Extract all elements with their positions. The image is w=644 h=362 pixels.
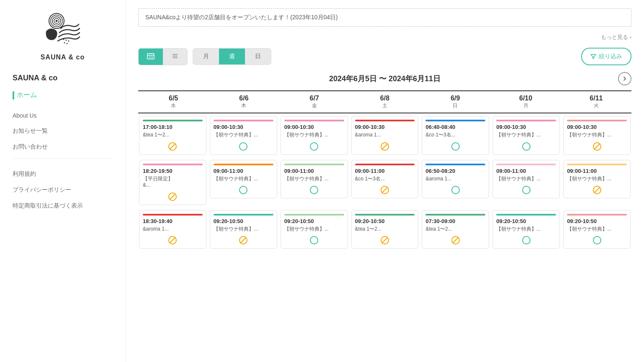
calendar-cell-2-3[interactable]: 09:20-10:50&tea 1〜2... [350,209,420,250]
event-card[interactable]: 09:00-10:30【朝サウナ特典】... [210,116,277,155]
event-card[interactable]: 09:00-10:30&aroma 1... [351,116,419,155]
svg-point-27 [310,143,318,150]
period-week-button[interactable]: 週 [219,49,245,64]
filter-button[interactable]: 絞り込み [581,48,631,65]
svg-point-31 [523,143,530,150]
calendar-row-1: 18:20-19:50【平日限定】 &...09:00-11:00【朝サウナ特典… [138,157,631,208]
site-title: SAUNA & co [13,74,113,82]
event-name: &tea 1〜2... [425,226,485,233]
svg-point-6 [65,40,67,41]
sidebar-item-privacy[interactable]: プライバシーポリシー [13,182,113,198]
event-name: 【朝サウナ特典】... [567,132,627,139]
event-card[interactable]: 09:00-10:30【朝サウナ特典】... [492,116,560,155]
event-card[interactable]: 09:20-10:50【朝サウナ特典】... [492,210,560,249]
event-card[interactable]: 17:00-18:10&tea 1〜2... [139,116,206,155]
calendar-cell-1-2[interactable]: 09:00-11:00【朝サウナ特典】... [280,159,349,206]
event-card[interactable]: 18:20-19:50【平日限定】 &... [139,160,206,205]
sidebar-item-legal[interactable]: 特定商取引法に基づく表示 [13,198,113,214]
event-card[interactable]: 09:00-10:30【朝サウナ特典】... [281,116,348,155]
sidebar-item-home[interactable]: ホーム [13,91,113,100]
event-card[interactable]: 09:20-10:50【朝サウナ特典】... [281,210,348,249]
calendar-cell-0-6[interactable]: 09:00-10:30【朝サウナ特典】... [562,115,631,156]
calendar-cell-0-5[interactable]: 09:00-10:30【朝サウナ特典】... [492,115,561,156]
event-card[interactable]: 18:30-19:40&aroma 1... [139,210,206,249]
calendar-cell-1-4[interactable]: 06:50-08:20&aroma 1... [421,159,490,206]
view-toggle [138,48,188,65]
calendar-cell-1-3[interactable]: 09:00-11:00&co 1〜3名... [350,159,420,206]
svg-point-40 [452,186,459,194]
calendar-cell-1-1[interactable]: 09:00-11:00【朝サウナ特典】... [209,159,278,206]
calendar-cell-2-6[interactable]: 09:20-10:50【朝サウナ特典】... [562,209,631,250]
calendar-cell-0-0[interactable]: 17:00-18:10&tea 1〜2... [138,115,207,156]
nav-divider [13,158,113,159]
event-status [496,142,556,151]
sidebar-item-news[interactable]: お知らせ一覧 [13,123,113,139]
event-status [355,185,415,195]
calendar-cell-2-4[interactable]: 07:30-09:00&tea 1〜2... [421,209,490,250]
event-name: &tea 1〜2... [143,132,203,139]
calendar-range-title: 2024年6月5日 〜 2024年6月11日 [329,74,440,84]
sidebar-item-contact[interactable]: お問い合わせ [13,139,113,155]
event-bar [355,120,415,121]
event-bar [496,120,556,121]
event-name: 【朝サウナ特典】... [496,226,556,233]
period-month-button[interactable]: 月 [193,49,219,64]
event-card[interactable]: 09:20-10:50&tea 1〜2... [351,210,419,249]
next-week-button[interactable] [618,72,631,85]
svg-line-47 [240,237,246,243]
calendar-cell-0-3[interactable]: 09:00-10:30&aroma 1... [350,115,420,156]
calendar-cell-2-5[interactable]: 09:20-10:50【朝サウナ特典】... [492,209,561,250]
event-bar [143,164,203,165]
col-header-1: 6/6 木 [209,91,279,113]
event-card[interactable]: 09:00-11:00&co 1〜3名... [351,160,419,199]
calendar-cell-0-4[interactable]: 06:40-08:40&co 1〜3名... [421,115,490,156]
svg-point-9 [66,43,67,44]
event-time: 09:20-10:50 [284,218,344,224]
sidebar-item-about[interactable]: About Us [13,108,113,123]
event-name: &aroma 1... [355,132,415,139]
calendar-row-0: 17:00-18:10&tea 1〜2...09:00-10:30【朝サウナ特典… [138,113,631,157]
event-time: 09:00-10:30 [496,124,556,130]
event-card[interactable]: 09:00-11:00【朝サウナ特典】... [210,160,277,199]
view-list-button[interactable] [163,49,187,65]
svg-point-54 [593,236,601,244]
calendar-cell-0-2[interactable]: 09:00-10:30【朝サウナ特典】... [280,115,349,156]
logo-area: SAUNA & co [13,8,113,61]
calendar-cell-2-1[interactable]: 09:20-10:50【朝サウナ特典】... [209,209,278,250]
calendar-cell-2-2[interactable]: 09:20-10:50【朝サウナ特典】... [280,209,349,250]
view-calendar-button[interactable] [139,49,163,65]
event-time: 09:20-10:50 [355,218,415,224]
event-card[interactable]: 09:20-10:50【朝サウナ特典】... [210,210,277,249]
calendar-cell-1-6[interactable]: 09:00-11:00【朝サウナ特典】... [562,159,631,206]
event-time: 09:00-10:30 [567,124,627,130]
event-status [355,142,415,151]
event-card[interactable]: 09:00-11:00【朝サウナ特典】... [492,160,560,199]
event-card[interactable]: 09:00-10:30【朝サウナ特典】... [563,116,631,155]
event-status [425,236,485,245]
event-card[interactable]: 09:00-11:00【朝サウナ特典】... [281,160,348,199]
event-bar [496,214,556,216]
event-card[interactable]: 07:30-09:00&tea 1〜2... [422,210,489,249]
event-name: 【朝サウナ特典】... [496,132,556,139]
calendar-cell-0-1[interactable]: 09:00-10:30【朝サウナ特典】... [209,115,278,156]
event-time: 17:00-18:10 [143,124,203,130]
event-card[interactable]: 06:40-08:40&co 1〜3名... [422,116,489,155]
event-status [567,236,627,245]
calendar-cell-2-0[interactable]: 18:30-19:40&aroma 1... [138,209,207,250]
event-time: 09:00-11:00 [496,168,556,174]
more-link[interactable]: もっと見る › [138,33,631,41]
event-card[interactable]: 09:20-10:50【朝サウナ特典】... [563,210,631,249]
event-name: &aroma 1... [425,176,485,182]
calendar-cell-1-5[interactable]: 09:00-11:00【朝サウナ特典】... [492,159,561,206]
event-status [143,192,203,201]
event-bar [214,164,273,165]
col-header-0: 6/5 水 [138,91,209,113]
col-header-2: 6/7 金 [279,91,350,113]
event-card[interactable]: 09:00-11:00【朝サウナ特典】... [563,160,631,199]
sidebar-item-terms[interactable]: 利用規約 [13,166,113,182]
announcement-bar[interactable]: SAUNA&coより待望の2店舗目をオープンいたします！(2023年10月04日… [138,8,631,27]
period-day-button[interactable]: 日 [245,49,271,64]
event-bar [355,164,415,165]
event-card[interactable]: 06:50-08:20&aroma 1... [422,160,489,199]
calendar-cell-1-0[interactable]: 18:20-19:50【平日限定】 &... [138,159,207,206]
